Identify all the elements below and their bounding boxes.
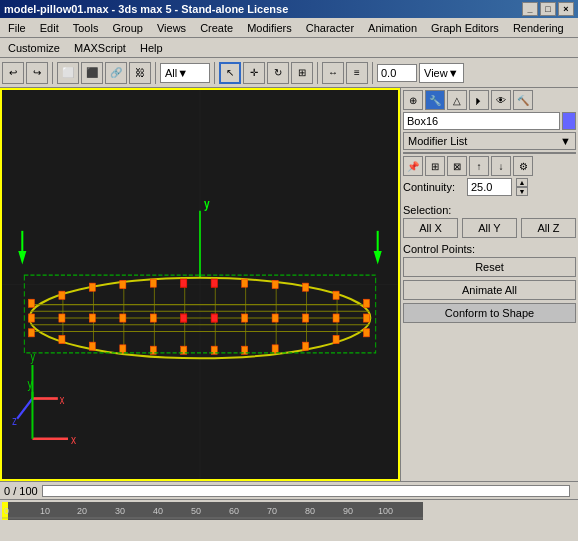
- pin-icon[interactable]: 📌: [403, 156, 423, 176]
- modifier-add-icon[interactable]: ⊞: [425, 156, 445, 176]
- svg-rect-53: [89, 342, 95, 350]
- svg-text:30: 30: [115, 506, 125, 516]
- rotate-button[interactable]: ↻: [267, 62, 289, 84]
- continuity-down[interactable]: ▼: [516, 187, 528, 196]
- move-down-icon[interactable]: ↓: [491, 156, 511, 176]
- link-button[interactable]: 🔗: [105, 62, 127, 84]
- svg-text:y: y: [30, 350, 35, 364]
- object-name-row: [403, 112, 576, 130]
- separator-4: [317, 62, 318, 84]
- progress-bar: [42, 485, 570, 497]
- menu-modifiers[interactable]: Modifiers: [241, 20, 298, 36]
- conform-to-shape-button[interactable]: Conform to Shape: [403, 303, 576, 323]
- modifier-list-header: Modifier List ▼: [403, 132, 576, 150]
- svg-text:0: 0: [4, 506, 9, 516]
- svg-rect-42: [120, 314, 126, 322]
- menu-views[interactable]: Views: [151, 20, 192, 36]
- menu-help[interactable]: Help: [134, 40, 169, 56]
- align-button[interactable]: ≡: [346, 62, 368, 84]
- menu-customize[interactable]: Customize: [2, 40, 66, 56]
- svg-rect-30: [120, 280, 126, 288]
- svg-text:100: 100: [378, 506, 393, 516]
- svg-rect-50: [363, 314, 369, 322]
- undo-button[interactable]: ↩: [2, 62, 24, 84]
- svg-rect-62: [363, 329, 369, 337]
- menu-edit[interactable]: Edit: [34, 20, 65, 36]
- animate-all-button[interactable]: Animate All: [403, 280, 576, 300]
- select-button[interactable]: ↖: [219, 62, 241, 84]
- continuity-up[interactable]: ▲: [516, 178, 528, 187]
- modifier-remove-icon[interactable]: ⊠: [447, 156, 467, 176]
- timeline: 0 10 20 30 40 50 60 70 80 90 100: [0, 499, 578, 541]
- object-name-input[interactable]: [403, 112, 560, 130]
- svg-rect-34: [242, 279, 248, 287]
- select-region-button[interactable]: ⬛: [81, 62, 103, 84]
- redo-button[interactable]: ↪: [26, 62, 48, 84]
- separator-5: [372, 62, 373, 84]
- svg-rect-27: [28, 299, 34, 307]
- configure-icon[interactable]: ⚙: [513, 156, 533, 176]
- selection-buttons: All X All Y All Z: [403, 218, 576, 238]
- window-controls: _ □ ×: [522, 2, 574, 16]
- select-object-button[interactable]: ⬜: [57, 62, 79, 84]
- modify-icon[interactable]: 🔧: [425, 90, 445, 110]
- viewport-front[interactable]: Front x y z y: [0, 88, 400, 481]
- menu-graph-editors[interactable]: Graph Editors: [425, 20, 505, 36]
- svg-rect-47: [272, 314, 278, 322]
- motion-icon[interactable]: ⏵: [469, 90, 489, 110]
- create-icon[interactable]: ⊕: [403, 90, 423, 110]
- svg-rect-49: [333, 314, 339, 322]
- menu-create[interactable]: Create: [194, 20, 239, 36]
- all-z-button[interactable]: All Z: [521, 218, 576, 238]
- svg-text:x: x: [60, 393, 65, 407]
- control-points-section: Control Points: Reset Animate All: [403, 241, 576, 300]
- utilities-icon[interactable]: 🔨: [513, 90, 533, 110]
- select-move-button[interactable]: ✛: [243, 62, 265, 84]
- close-button[interactable]: ×: [558, 2, 574, 16]
- scale-button[interactable]: ⊞: [291, 62, 313, 84]
- object-color-swatch[interactable]: [562, 112, 576, 130]
- svg-rect-48: [303, 314, 309, 322]
- svg-text:10: 10: [40, 506, 50, 516]
- all-x-button[interactable]: All X: [403, 218, 458, 238]
- panel-top-icons: ⊕ 🔧 △ ⏵ 👁 🔨: [403, 90, 576, 110]
- x-coord-input[interactable]: [377, 64, 417, 82]
- move-up-icon[interactable]: ↑: [469, 156, 489, 176]
- svg-text:z: z: [12, 414, 17, 428]
- menu-file[interactable]: File: [2, 20, 32, 36]
- viewport-canvas: x y z y: [2, 90, 398, 479]
- svg-rect-43: [150, 314, 156, 322]
- svg-text:90: 90: [343, 506, 353, 516]
- display-icon[interactable]: 👁: [491, 90, 511, 110]
- progress-text: 0 / 100: [4, 485, 38, 497]
- menu-character[interactable]: Character: [300, 20, 360, 36]
- menu-maxscript[interactable]: MAXScript: [68, 40, 132, 56]
- svg-rect-46: [242, 314, 248, 322]
- filter-dropdown-arrow: ▼: [177, 67, 188, 79]
- svg-text:x: x: [71, 432, 76, 448]
- modifier-list[interactable]: ● ▼ FFD(box) 6x6x3 Control Points Lattic…: [403, 152, 576, 154]
- menu-rendering[interactable]: Rendering: [507, 20, 570, 36]
- bind-button[interactable]: ⛓: [129, 62, 151, 84]
- view-dropdown[interactable]: View ▼: [419, 63, 464, 83]
- svg-text:60: 60: [229, 506, 239, 516]
- filter-dropdown[interactable]: All ▼: [160, 63, 210, 83]
- timeline-track[interactable]: 0 10 20 30 40 50 60 70 80 90 100: [2, 502, 423, 520]
- menubar-main: File Edit Tools Group Views Create Modif…: [0, 18, 578, 38]
- svg-rect-38: [363, 299, 369, 307]
- maximize-button[interactable]: □: [540, 2, 556, 16]
- hierarchy-icon[interactable]: △: [447, 90, 467, 110]
- panel-controls: Continuity: ▲ ▼ Selection: All X All Y A…: [403, 178, 576, 323]
- menu-animation[interactable]: Animation: [362, 20, 423, 36]
- all-y-button[interactable]: All Y: [462, 218, 517, 238]
- main-area: Front x y z y: [0, 88, 578, 481]
- modifier-item-ffd[interactable]: ● ▼ FFD(box) 6x6x3: [404, 153, 575, 154]
- menu-group[interactable]: Group: [106, 20, 149, 36]
- continuity-input[interactable]: [467, 178, 512, 196]
- menu-tools[interactable]: Tools: [67, 20, 105, 36]
- minimize-button[interactable]: _: [522, 2, 538, 16]
- reset-button[interactable]: Reset: [403, 257, 576, 277]
- svg-rect-36: [303, 283, 309, 291]
- svg-text:40: 40: [153, 506, 163, 516]
- mirror-button[interactable]: ↔: [322, 62, 344, 84]
